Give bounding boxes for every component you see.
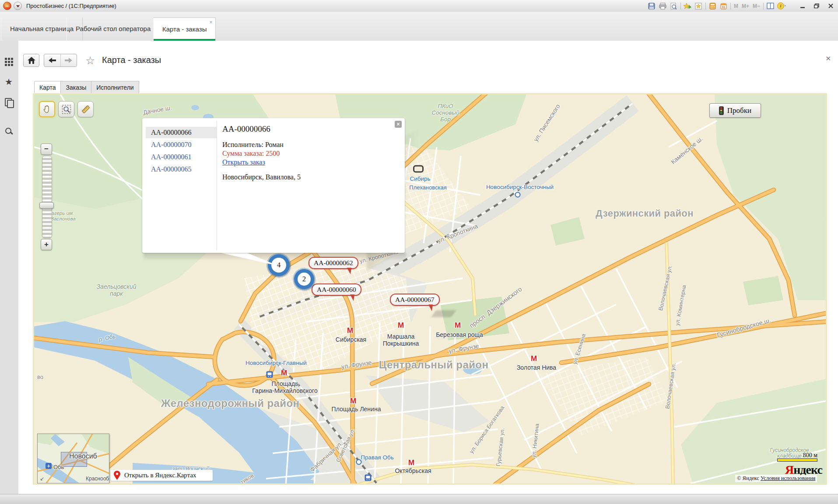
svg-text:31: 31 [722,6,726,9]
map-label-dot [356,459,362,465]
form-panel: ☆ Карта - заказы ✕ КартаЗаказыИсполнител… [18,41,838,494]
mini-map-collapse-icon[interactable]: ↙ [40,476,44,482]
subtab-2[interactable]: Исполнители [91,81,139,93]
close-button[interactable] [826,2,835,10]
tab-2[interactable]: Карта - заказы× [153,18,216,41]
open-in-yandex-label: Открыть в Яндекс.Картах [124,472,196,479]
mini-map-river-label: Обь [53,464,64,470]
info-icon[interactable]: i [777,2,785,10]
ruler-icon [81,105,91,114]
mini-map[interactable]: ✈ Новосиб Обь Краснооб ↙ [37,434,109,483]
balloon-order-list: АА-00000066АА-00000070АА-00000061АА-0000… [146,127,217,176]
application-window: 1С ПростоБизнес / (1С:Предприятие) 31 M … [0,0,838,504]
map-label-dist: Дзержинский район [596,208,694,219]
terms-link[interactable]: Условия использования [761,475,815,481]
map-tools [39,101,94,117]
search-icon[interactable] [5,127,14,136]
map-label-mlabel: Площадь Ленина [332,406,381,413]
open-order-link[interactable]: Открыть заказ [222,158,265,166]
main-menu-button[interactable] [14,2,22,10]
tab-label: Рабочий стол оператора [76,25,151,32]
subtab-1[interactable]: Заказы [61,81,91,93]
map-label-mlabel: Октябрьская [395,468,431,475]
traffic-light-icon [719,106,724,115]
zoom-out-button[interactable]: − [41,144,52,155]
zoom-slider-handle[interactable] [39,202,54,209]
history-icon[interactable] [5,98,14,107]
add-favorite-icon[interactable] [694,2,703,10]
zoom-in-button[interactable]: + [41,239,52,250]
print-icon[interactable] [659,2,667,10]
map-label-metro-m: М [347,326,353,335]
map-frame: Дачное ш.ПКиО Сосновый Борул. Писемского… [33,93,827,485]
toolbar-separator [705,3,706,10]
favorites-icon[interactable]: ★ [5,77,14,86]
placemark-АА-00000062[interactable]: АА-00000062 [309,257,358,269]
map-label-rail-icon [266,371,273,378]
svg-text:i: i [780,4,782,8]
balloon-order-item[interactable]: АА-00000070 [146,139,217,150]
history-nav-group [44,54,77,67]
window-controls [798,1,835,10]
tab-label: Карта - заказы [162,25,207,33]
minimize-button[interactable] [798,2,807,10]
goto-favorites-icon[interactable] [684,2,692,10]
map-label-metro-m: М [398,321,404,329]
subtab-strip: КартаЗаказыИсполнители [34,80,139,93]
subtab-0[interactable]: Карта [34,81,61,93]
tab-1[interactable]: Рабочий стол оператора× [67,18,160,41]
forward-button[interactable] [61,54,77,66]
map-label-metro-m: М [455,321,461,329]
ruler-tool-button[interactable] [77,101,94,117]
mini-map-city-label: Новосиб [69,452,97,460]
cluster-marker[interactable]: 2 [294,269,314,289]
tab-close-icon[interactable]: × [209,20,212,24]
balloon-order-title: АА-00000066 [222,124,392,134]
map-label-station: Правая Обь [361,454,394,461]
map-label-rail-icon [365,475,372,481]
balloon-order-item[interactable]: АА-00000061 [146,151,217,163]
memory-recall-button[interactable]: M [733,2,739,10]
form-close-icon[interactable]: ✕ [825,55,831,63]
split-window-icon[interactable] [766,2,775,10]
home-icon [28,57,35,64]
home-button[interactable] [23,54,39,67]
balloon-sum-value: 2500 [266,150,280,157]
hand-tool-button[interactable] [39,101,55,117]
favorite-star-icon[interactable]: ☆ [85,54,95,67]
menu-grid-icon[interactable] [5,58,14,66]
balloon-close-button[interactable]: × [395,121,402,128]
toolbar-separator [730,3,731,10]
memory-plus-button[interactable]: M+ [741,2,750,10]
calculator-icon[interactable] [708,2,717,10]
placemark-АА-00000067[interactable]: АА-00000067 [390,294,440,306]
map-label-park: ПКиО Сосновый Бор [431,103,459,122]
balloon-sum: Сумма заказа: 2500 [222,150,392,158]
zoom-select-tool-button[interactable] [58,101,74,117]
traffic-button[interactable]: Пробки [709,103,761,118]
map-label-st: во [37,374,43,381]
map-label-station: Новосибирск-Главный [245,360,307,366]
magnifier-select-icon [62,105,71,114]
map-label-mlabel: Березовая роща [436,332,483,339]
open-in-yandex-button[interactable]: Открыть в Яндекс.Картах [111,470,213,481]
map-label-dist: Железнодорожный район [161,398,300,410]
map-canvas[interactable]: Дачное ш.ПКиО Сосновый Борул. Писемского… [34,94,826,483]
print-preview-icon[interactable] [670,2,678,10]
map-label-station: Новосибирск-Восточный [486,184,554,190]
save-icon[interactable] [648,2,656,10]
yandex-pin-icon [114,471,120,480]
back-button[interactable] [44,54,61,66]
restore-button[interactable] [812,2,821,10]
cluster-count: 2 [298,273,311,286]
balloon-details: АА-00000066 Исполнитель: Роман Сумма зак… [222,124,392,181]
memory-minus-button[interactable]: M− [752,2,761,10]
zoom-slider-track[interactable] [42,156,52,238]
balloon-order-item[interactable]: АА-00000066 [146,127,217,138]
1c-logo-icon[interactable]: 1С [3,2,11,10]
balloon-order-item[interactable]: АА-00000065 [146,164,217,175]
map-label-mlabel: Сибирская [336,336,366,343]
calendar-icon[interactable]: 31 [719,2,728,10]
order-balloon: × АА-00000066АА-00000070АА-00000061АА-00… [142,118,405,253]
placemark-АА-00000060[interactable]: АА-00000060 [312,284,361,296]
